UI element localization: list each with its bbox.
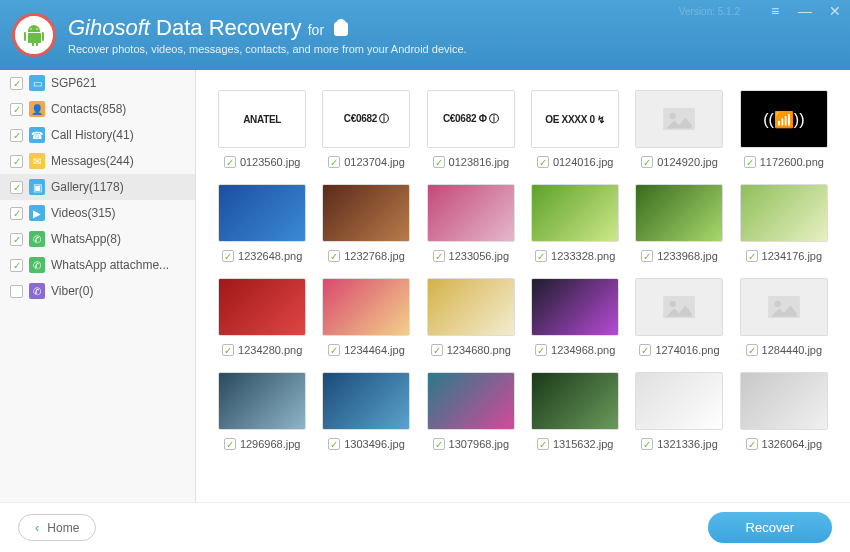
sidebar-item-label: Gallery(1178): [51, 180, 185, 194]
checkbox[interactable]: ✓: [746, 250, 758, 262]
checkbox[interactable]: ✓: [535, 344, 547, 356]
header-text: Gihosoft Data Recovery for Recover photo…: [68, 15, 467, 55]
checkbox[interactable]: ✓: [328, 156, 340, 168]
thumbnail-item[interactable]: ✓1233968.jpg: [633, 184, 725, 262]
checkbox[interactable]: ✓: [328, 250, 340, 262]
checkbox[interactable]: ✓: [433, 438, 445, 450]
sidebar-item-messages[interactable]: ✓✉Messages(244): [0, 148, 195, 174]
recover-button[interactable]: Recover: [708, 512, 832, 543]
sidebar-item-device[interactable]: ✓▭SGP621: [0, 70, 195, 96]
filename-label: 0123704.jpg: [344, 156, 405, 168]
thumbnail-item[interactable]: ✓1274016.png: [633, 278, 725, 356]
thumbnail-item[interactable]: ✓1303496.jpg: [320, 372, 412, 450]
checkbox[interactable]: ✓: [746, 438, 758, 450]
thumbnail-image[interactable]: [635, 184, 723, 242]
checkbox[interactable]: ✓: [639, 344, 651, 356]
checkbox[interactable]: ✓: [328, 438, 340, 450]
minimize-button[interactable]: —: [790, 0, 820, 22]
thumbnail-image[interactable]: [635, 90, 723, 148]
thumbnail-item[interactable]: ((📶))✓1172600.png: [738, 90, 830, 168]
thumbnail-item[interactable]: ✓1315632.jpg: [529, 372, 621, 450]
thumbnail-image[interactable]: [531, 278, 619, 336]
thumbnail-image[interactable]: [635, 278, 723, 336]
thumbnail-image[interactable]: [531, 372, 619, 430]
thumbnail-item[interactable]: C€0682 ⓘ✓0123704.jpg: [320, 90, 412, 168]
thumbnail-item[interactable]: ✓1296968.jpg: [216, 372, 308, 450]
checkbox[interactable]: ✓: [537, 438, 549, 450]
thumbnail-item[interactable]: ✓1234464.jpg: [320, 278, 412, 356]
sidebar-item-videos[interactable]: ✓▶Videos(315): [0, 200, 195, 226]
thumbnail-item[interactable]: ✓1284440.jpg: [738, 278, 830, 356]
thumbnail-image[interactable]: ((📶)): [740, 90, 828, 148]
checkbox[interactable]: ✓: [433, 250, 445, 262]
thumbnail-image[interactable]: C€0682 Φ ⓘ: [427, 90, 515, 148]
thumbnail-item[interactable]: ✓1234176.jpg: [738, 184, 830, 262]
checkbox[interactable]: ✓: [641, 438, 653, 450]
thumbnail-item[interactable]: C€0682 Φ ⓘ✓0123816.jpg: [425, 90, 517, 168]
checkbox[interactable]: ✓: [328, 344, 340, 356]
thumbnail-item[interactable]: ✓0124920.jpg: [633, 90, 725, 168]
thumbnail-image[interactable]: OE XXXX 0 ↯: [531, 90, 619, 148]
checkbox[interactable]: ✓: [224, 156, 236, 168]
sidebar-item-whatsapp[interactable]: ✓✆WhatsApp(8): [0, 226, 195, 252]
checkbox[interactable]: ✓: [744, 156, 756, 168]
checkbox[interactable]: ✓: [433, 156, 445, 168]
checkbox[interactable]: ✓: [222, 344, 234, 356]
checkbox[interactable]: ✓: [10, 155, 23, 168]
thumbnail-image[interactable]: [322, 372, 410, 430]
thumbnail-image[interactable]: [322, 184, 410, 242]
thumbnail-item[interactable]: ✓1307968.jpg: [425, 372, 517, 450]
sidebar-item-gallery[interactable]: ✓▣Gallery(1178): [0, 174, 195, 200]
checkbox[interactable]: ✓: [10, 181, 23, 194]
checkbox[interactable]: ✓: [535, 250, 547, 262]
settings-button[interactable]: ≡: [760, 0, 790, 22]
checkbox[interactable]: ✓: [10, 285, 23, 298]
thumbnail-item[interactable]: ✓1233056.jpg: [425, 184, 517, 262]
thumbnail-item[interactable]: ✓1232648.png: [216, 184, 308, 262]
thumbnail-item[interactable]: ANATEL✓0123560.jpg: [216, 90, 308, 168]
checkbox[interactable]: ✓: [10, 77, 23, 90]
checkbox[interactable]: ✓: [222, 250, 234, 262]
checkbox[interactable]: ✓: [10, 259, 23, 272]
close-button[interactable]: ✕: [820, 0, 850, 22]
thumbnail-image[interactable]: [218, 372, 306, 430]
checkbox[interactable]: ✓: [10, 207, 23, 220]
thumbnail-image[interactable]: ANATEL: [218, 90, 306, 148]
thumbnail-item[interactable]: ✓1232768.jpg: [320, 184, 412, 262]
thumbnail-image[interactable]: C€0682 ⓘ: [322, 90, 410, 148]
checkbox[interactable]: ✓: [10, 233, 23, 246]
thumbnail-item[interactable]: ✓1234680.png: [425, 278, 517, 356]
thumbnail-caption: ✓1172600.png: [744, 156, 824, 168]
thumbnail-item[interactable]: ✓1326064.jpg: [738, 372, 830, 450]
checkbox[interactable]: ✓: [431, 344, 443, 356]
thumbnail-image[interactable]: [218, 278, 306, 336]
thumbnail-image[interactable]: [740, 372, 828, 430]
checkbox[interactable]: ✓: [537, 156, 549, 168]
thumbnail-image[interactable]: [740, 278, 828, 336]
thumbnail-image[interactable]: [635, 372, 723, 430]
thumbnail-image[interactable]: [322, 278, 410, 336]
checkbox[interactable]: ✓: [641, 156, 653, 168]
checkbox[interactable]: ✓: [224, 438, 236, 450]
thumbnail-image[interactable]: [531, 184, 619, 242]
filename-label: 1303496.jpg: [344, 438, 405, 450]
thumbnail-item[interactable]: ✓1234280.png: [216, 278, 308, 356]
thumbnail-item[interactable]: ✓1233328.png: [529, 184, 621, 262]
checkbox[interactable]: ✓: [641, 250, 653, 262]
home-button[interactable]: ‹ Home: [18, 514, 96, 541]
thumbnail-item[interactable]: ✓1321336.jpg: [633, 372, 725, 450]
thumbnail-image[interactable]: [740, 184, 828, 242]
checkbox[interactable]: ✓: [10, 103, 23, 116]
checkbox[interactable]: ✓: [10, 129, 23, 142]
thumbnail-item[interactable]: ✓1234968.png: [529, 278, 621, 356]
checkbox[interactable]: ✓: [746, 344, 758, 356]
sidebar-item-contacts[interactable]: ✓👤Contacts(858): [0, 96, 195, 122]
thumbnail-image[interactable]: [427, 372, 515, 430]
sidebar-item-call-history[interactable]: ✓☎Call History(41): [0, 122, 195, 148]
sidebar-item-whatsapp-attach[interactable]: ✓✆WhatsApp attachme...: [0, 252, 195, 278]
sidebar-item-viber[interactable]: ✓✆Viber(0): [0, 278, 195, 304]
thumbnail-image[interactable]: [218, 184, 306, 242]
thumbnail-image[interactable]: [427, 184, 515, 242]
thumbnail-item[interactable]: OE XXXX 0 ↯✓0124016.jpg: [529, 90, 621, 168]
thumbnail-image[interactable]: [427, 278, 515, 336]
